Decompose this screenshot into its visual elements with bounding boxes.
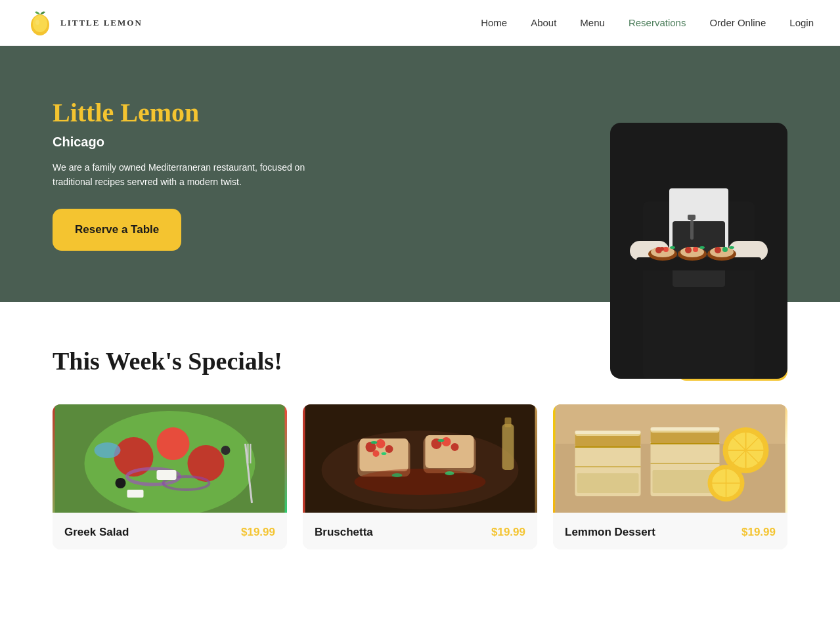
nav-about[interactable]: About bbox=[531, 17, 556, 28]
svg-point-18 bbox=[685, 247, 692, 253]
svg-point-51 bbox=[373, 450, 380, 457]
lemon-dessert-price: $19.99 bbox=[741, 526, 776, 539]
svg-point-37 bbox=[221, 446, 231, 455]
hero-subtitle: Chicago bbox=[53, 135, 328, 150]
svg-point-19 bbox=[693, 247, 698, 252]
bruschetta-name: Bruschetta bbox=[315, 526, 373, 539]
special-card-bruschetta: Bruschetta $19.99 bbox=[303, 404, 537, 549]
svg-point-62 bbox=[445, 471, 454, 475]
chef-image-svg bbox=[610, 123, 787, 379]
lemon-dessert-image bbox=[553, 404, 787, 513]
nav-reservations[interactable]: Reservations bbox=[629, 17, 686, 28]
svg-rect-28 bbox=[690, 220, 694, 240]
svg-point-53 bbox=[382, 452, 387, 455]
hero-title: Little Lemon bbox=[53, 97, 328, 128]
svg-point-40 bbox=[95, 442, 121, 458]
lemon-dessert-name: Lemmon Dessert bbox=[565, 526, 655, 539]
logo-text: LITTLE LEMON bbox=[60, 18, 143, 28]
svg-point-26 bbox=[729, 246, 734, 249]
svg-point-2 bbox=[35, 20, 39, 25]
nav-login[interactable]: Login bbox=[789, 17, 814, 28]
svg-point-61 bbox=[392, 473, 403, 477]
nav-menu[interactable]: Menu bbox=[580, 17, 605, 28]
svg-rect-92 bbox=[651, 427, 720, 431]
reserve-table-button[interactable]: Reserve a Table bbox=[53, 209, 181, 251]
specials-cards: Greek Salad $19.99 bbox=[53, 404, 787, 549]
hero-image bbox=[610, 123, 787, 379]
svg-point-24 bbox=[670, 246, 675, 249]
svg-point-50 bbox=[386, 445, 393, 453]
svg-point-36 bbox=[116, 478, 126, 488]
special-card-greek-salad: Greek Salad $19.99 bbox=[53, 404, 287, 549]
special-card-lemon-dessert: Lemmon Dessert $19.99 bbox=[553, 404, 787, 549]
svg-rect-91 bbox=[575, 431, 641, 434]
svg-point-1 bbox=[33, 15, 47, 32]
svg-rect-39 bbox=[127, 490, 144, 498]
greek-salad-price: $19.99 bbox=[241, 526, 275, 539]
bruschetta-image bbox=[303, 404, 537, 513]
svg-point-49 bbox=[376, 439, 386, 448]
svg-point-23 bbox=[722, 247, 728, 252]
lemon-logo-icon bbox=[26, 9, 54, 37]
bruschetta-price: $19.99 bbox=[491, 526, 525, 539]
specials-title: This Week's Specials! bbox=[53, 347, 282, 375]
navbar: LITTLE LEMON Home About Menu Reservation… bbox=[0, 0, 840, 46]
hero-section: Little Lemon Chicago We are a family own… bbox=[0, 46, 840, 302]
hero-text-block: Little Lemon Chicago We are a family own… bbox=[53, 97, 328, 251]
svg-rect-27 bbox=[688, 215, 696, 220]
svg-rect-69 bbox=[577, 473, 639, 493]
logo[interactable]: LITTLE LEMON bbox=[26, 9, 143, 37]
nav-home[interactable]: Home bbox=[481, 17, 507, 28]
greek-salad-footer: Greek Salad $19.99 bbox=[53, 515, 287, 549]
svg-point-22 bbox=[715, 247, 721, 253]
nav-order-online[interactable]: Order Online bbox=[709, 17, 766, 28]
lemon-dessert-footer: Lemmon Dessert $19.99 bbox=[553, 515, 787, 549]
svg-point-52 bbox=[371, 441, 378, 444]
svg-rect-64 bbox=[505, 417, 512, 427]
hero-description: We are a family owned Mediterraneran res… bbox=[53, 160, 328, 190]
svg-point-30 bbox=[85, 411, 255, 513]
svg-rect-63 bbox=[502, 424, 514, 470]
svg-point-57 bbox=[442, 437, 451, 446]
svg-point-59 bbox=[438, 439, 445, 442]
svg-point-14 bbox=[663, 247, 669, 252]
bruschetta-footer: Bruschetta $19.99 bbox=[303, 515, 537, 549]
nav-links: Home About Menu Reservations Order Onlin… bbox=[481, 17, 814, 29]
svg-point-60 bbox=[355, 469, 486, 495]
greek-salad-name: Greek Salad bbox=[64, 526, 129, 539]
svg-point-32 bbox=[157, 427, 190, 460]
svg-point-25 bbox=[699, 246, 705, 249]
svg-point-15 bbox=[660, 247, 664, 251]
svg-point-58 bbox=[451, 443, 459, 451]
greek-salad-image bbox=[53, 404, 287, 513]
svg-rect-38 bbox=[157, 470, 177, 480]
